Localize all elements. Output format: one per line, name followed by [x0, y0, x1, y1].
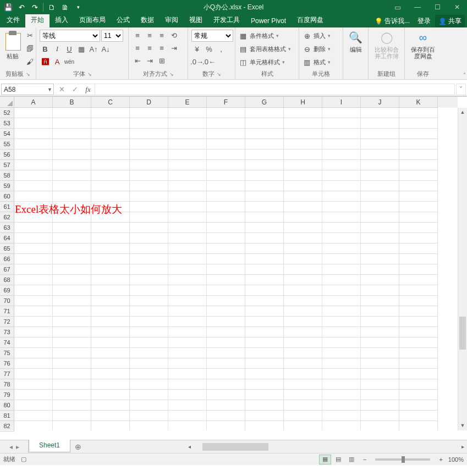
- align-bottom-icon[interactable]: ≡: [156, 30, 167, 41]
- align-center-icon[interactable]: ≡: [144, 42, 155, 53]
- expand-formula-icon[interactable]: ˅: [456, 84, 466, 95]
- edit-button[interactable]: 🔍编辑: [347, 30, 365, 53]
- row-header[interactable]: 57: [0, 160, 14, 170]
- launcher-icon[interactable]: ↘: [169, 71, 174, 77]
- save-baidu-button[interactable]: ∞保存到百度网盘: [408, 30, 438, 59]
- vertical-scrollbar[interactable]: ▲ ▼: [458, 108, 467, 430]
- row-header[interactable]: 65: [0, 243, 14, 254]
- row-header[interactable]: 78: [0, 379, 14, 390]
- share-button[interactable]: 👤共享: [435, 15, 465, 27]
- align-left-icon[interactable]: ≡: [132, 42, 143, 53]
- cut-icon[interactable]: ✂: [24, 30, 35, 41]
- percent-icon[interactable]: %: [204, 43, 215, 54]
- col-header[interactable]: G: [245, 97, 284, 108]
- new-file-icon[interactable]: 🗋: [47, 2, 57, 12]
- merge-icon[interactable]: ⊞: [156, 55, 167, 66]
- launcher-icon[interactable]: ↘: [87, 71, 92, 77]
- decrease-indent-icon[interactable]: ⇤: [132, 55, 143, 66]
- row-header[interactable]: 76: [0, 358, 14, 369]
- scroll-left-icon[interactable]: ◂: [185, 444, 194, 450]
- row-header[interactable]: 58: [0, 170, 14, 181]
- delete-cells-button[interactable]: ⊖删除▾: [303, 43, 331, 55]
- launcher-icon[interactable]: ↘: [26, 71, 30, 77]
- row-header[interactable]: 71: [0, 306, 14, 317]
- insert-cells-button[interactable]: ⊕插入▾: [303, 30, 331, 42]
- page-break-view-icon[interactable]: ▥: [345, 455, 358, 464]
- col-header[interactable]: K: [399, 97, 438, 108]
- row-header[interactable]: 63: [0, 223, 14, 233]
- row-header[interactable]: 53: [0, 118, 14, 129]
- tab-page-layout[interactable]: 页面布局: [74, 13, 111, 27]
- tab-insert[interactable]: 插入: [50, 13, 74, 27]
- tell-me[interactable]: 💡告诉我...: [371, 15, 413, 27]
- font-color-button[interactable]: A: [52, 56, 63, 67]
- zoom-in-button[interactable]: +: [439, 456, 442, 463]
- column-headers[interactable]: ABCDEFGHIJK: [14, 97, 458, 108]
- row-header[interactable]: 74: [0, 337, 14, 348]
- row-header[interactable]: 73: [0, 327, 14, 337]
- row-header[interactable]: 79: [0, 390, 14, 400]
- align-top-icon[interactable]: ≡: [132, 30, 143, 41]
- zoom-slider[interactable]: [375, 458, 430, 461]
- row-header[interactable]: 54: [0, 129, 14, 139]
- fill-color-button[interactable]: 🅰: [40, 56, 51, 67]
- col-header[interactable]: B: [53, 97, 91, 108]
- comma-icon[interactable]: ,: [216, 43, 227, 54]
- copy-icon[interactable]: 🗐: [24, 43, 35, 54]
- chevron-down-icon[interactable]: ▼: [47, 87, 52, 92]
- row-header[interactable]: 72: [0, 317, 14, 327]
- row-header[interactable]: 80: [0, 400, 14, 411]
- undo-icon[interactable]: ↶: [17, 2, 26, 12]
- collapse-ribbon-icon[interactable]: ˄: [463, 72, 466, 78]
- row-header[interactable]: 82: [0, 421, 14, 431]
- col-header[interactable]: E: [168, 97, 207, 108]
- horizontal-scrollbar[interactable]: ◂ ▸: [185, 440, 467, 453]
- row-headers[interactable]: 5253545556575859606162636465666768697071…: [0, 108, 14, 430]
- decrease-decimal-icon[interactable]: .0←: [204, 56, 215, 67]
- row-header[interactable]: 70: [0, 296, 14, 306]
- italic-button[interactable]: I: [52, 43, 63, 54]
- col-header[interactable]: H: [284, 97, 322, 108]
- ribbon-options-icon[interactable]: ▭: [388, 0, 408, 14]
- row-header[interactable]: 56: [0, 150, 14, 160]
- col-header[interactable]: F: [207, 97, 245, 108]
- row-header[interactable]: 60: [0, 191, 14, 202]
- formula-input[interactable]: [95, 84, 455, 95]
- redo-icon[interactable]: ↷: [30, 2, 40, 12]
- increase-decimal-icon[interactable]: .0→: [191, 56, 202, 67]
- number-format-combo[interactable]: 常规: [191, 30, 233, 42]
- close-button[interactable]: ✕: [447, 0, 467, 14]
- prev-sheet-icon[interactable]: ◂: [9, 443, 13, 451]
- col-header[interactable]: I: [322, 97, 361, 108]
- row-header[interactable]: 75: [0, 348, 14, 358]
- format-painter-icon[interactable]: 🖌: [24, 56, 35, 67]
- normal-view-icon[interactable]: ▦: [319, 455, 331, 464]
- row-header[interactable]: 64: [0, 233, 14, 243]
- col-header[interactable]: C: [91, 97, 130, 108]
- decrease-font-icon[interactable]: A↓: [100, 43, 111, 54]
- border-button[interactable]: ▦: [76, 43, 87, 54]
- row-header[interactable]: 67: [0, 264, 14, 275]
- name-box[interactable]: A58▼: [1, 84, 54, 95]
- format-cells-button[interactable]: ▥格式▾: [303, 56, 331, 68]
- zoom-level[interactable]: 100%: [448, 456, 464, 463]
- qat-dropdown-icon[interactable]: ▾: [73, 2, 83, 12]
- col-header[interactable]: A: [14, 97, 53, 108]
- scroll-thumb[interactable]: [459, 317, 466, 350]
- save-icon[interactable]: 💾: [3, 2, 13, 12]
- launcher-icon[interactable]: ↘: [217, 71, 221, 77]
- tab-developer[interactable]: 开发工具: [208, 13, 245, 27]
- zoom-out-button[interactable]: −: [363, 456, 366, 463]
- wrap-text-icon[interactable]: ⇥: [168, 42, 179, 53]
- increase-indent-icon[interactable]: ⇥: [144, 55, 155, 66]
- cell-content-a61[interactable]: Excel表格太小如何放大: [15, 202, 122, 217]
- align-right-icon[interactable]: ≡: [156, 42, 167, 53]
- add-sheet-button[interactable]: ⊕: [70, 440, 86, 453]
- row-header[interactable]: 68: [0, 275, 14, 285]
- row-header[interactable]: 59: [0, 181, 14, 191]
- phonetic-button[interactable]: wén: [64, 56, 75, 67]
- minimize-button[interactable]: —: [408, 0, 427, 14]
- row-header[interactable]: 52: [0, 108, 14, 118]
- cancel-formula-icon[interactable]: ✕: [55, 85, 68, 93]
- scroll-down-icon[interactable]: ▼: [458, 421, 467, 430]
